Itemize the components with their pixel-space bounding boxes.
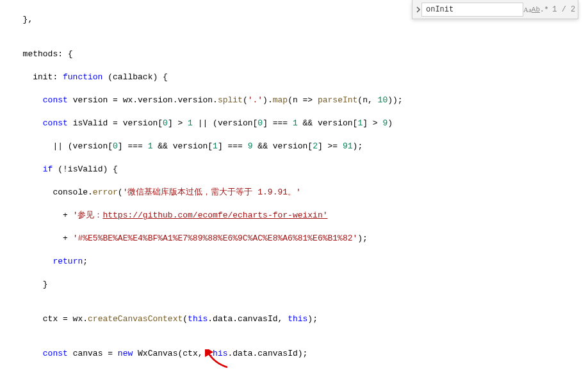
code-line: + '#%E5%BE%AE%E4%BF%A1%E7%89%88%E6%9C%AC… <box>13 233 588 244</box>
find-input[interactable] <box>421 3 523 17</box>
code-line: return; <box>13 256 588 267</box>
code-editor[interactable]: }, methods: { init: function (callback) … <box>0 0 588 373</box>
code-line: console.error('微信基础库版本过低，需大于等于 1.9.91。' <box>13 187 588 198</box>
code-line: const version = wx.version.version.split… <box>13 95 588 106</box>
regex-icon[interactable]: .* <box>540 3 548 16</box>
code-line: const isValid = version[0] > 1 || (versi… <box>13 118 588 129</box>
code-line: init: function (callback) { <box>13 72 588 83</box>
code-line: } <box>13 279 588 290</box>
find-expand-toggle[interactable] <box>416 3 421 16</box>
match-whole-word-icon[interactable]: Ab <box>532 3 540 16</box>
chevron-right-icon <box>416 6 421 13</box>
find-widget: Aa Ab .* 1 / 2 <box>412 0 578 19</box>
find-match-count: 1 / 2 <box>548 5 579 14</box>
code-line: + '参见：https://github.com/ecomfe/echarts-… <box>13 210 588 221</box>
code-line: ctx = wx.createCanvasContext(this.data.c… <box>13 313 588 325</box>
code-line: const canvas = new WxCanvas(ctx, this.da… <box>13 348 588 360</box>
code-line: if (!isValid) { <box>13 164 588 175</box>
code-line: || (version[0] === 1 && version[1] === 9… <box>13 141 588 152</box>
url-link[interactable]: https://github.com/ecomfe/echarts-for-we… <box>102 210 327 220</box>
code-line: methods: { <box>13 49 588 60</box>
match-case-icon[interactable]: Aa <box>523 3 532 16</box>
